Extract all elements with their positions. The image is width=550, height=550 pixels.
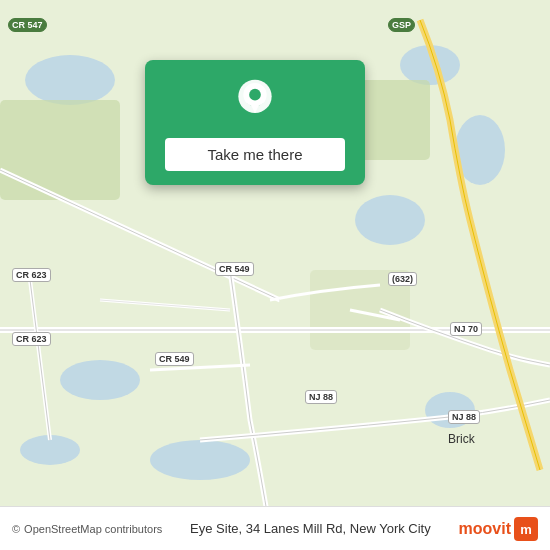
svg-point-6 [150,440,250,480]
svg-point-3 [355,195,425,245]
svg-rect-8 [0,100,120,200]
road-badge-nj88b: NJ 88 [448,410,480,424]
moovit-logo: moovit m [459,517,538,541]
road-badge-cr549a: CR 549 [215,262,254,276]
svg-point-0 [25,55,115,105]
moovit-brand-text: moovit [459,520,511,538]
road-badge-cr623a: CR 623 [12,268,51,282]
location-card: Take me there [145,60,365,185]
map-container: CR 547 GSP CR 623 CR 549 CR 549 CR 623 N… [0,0,550,550]
road-badge-cr547: CR 547 [8,18,47,32]
road-badge-nj70: NJ 70 [450,322,482,336]
moovit-icon: m [514,517,538,541]
road-badge-cr632: (632) [388,272,417,286]
svg-point-4 [60,360,140,400]
road-badge-gsp: GSP [388,18,415,32]
pin-icon [230,78,280,128]
svg-text:m: m [520,522,532,537]
road-badge-cr623b: CR 623 [12,332,51,346]
osm-copyright: OpenStreetMap contributors [24,523,162,535]
svg-point-23 [249,89,261,101]
road-badge-cr549b: CR 549 [155,352,194,366]
copyright-icon: © [12,523,20,535]
bottom-bar: © OpenStreetMap contributors Eye Site, 3… [0,506,550,550]
road-badge-nj88: NJ 88 [305,390,337,404]
brick-label: Brick [448,432,475,446]
svg-line-16 [100,300,230,310]
address-text: Eye Site, 34 Lanes Mill Rd, New York Cit… [190,521,431,536]
take-me-there-button[interactable]: Take me there [165,138,345,171]
bottom-left: © OpenStreetMap contributors [12,523,162,535]
